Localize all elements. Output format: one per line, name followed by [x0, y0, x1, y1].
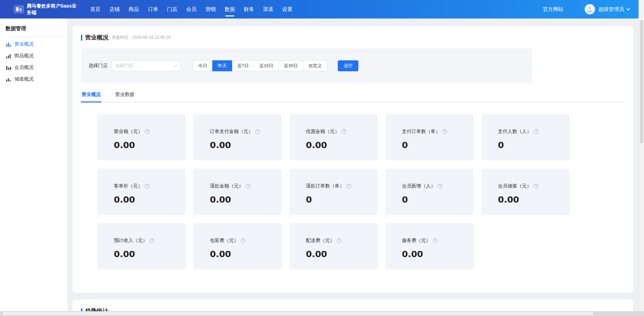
help-icon[interactable]: ?: [246, 184, 250, 189]
active-tab-underline: [81, 101, 102, 102]
stat-label: 退款金额（元）: [210, 183, 243, 189]
official-website-link[interactable]: 官方网站: [543, 6, 563, 13]
bar-chart-icon: [6, 53, 11, 58]
sidebar-item-label: 商品概况: [14, 53, 34, 59]
stat-label: 会员新增（人）: [402, 183, 436, 189]
nav-item-order[interactable]: 订单: [143, 0, 163, 19]
nav-item-store[interactable]: 门店: [163, 0, 182, 19]
nav-label: 设置: [282, 6, 293, 13]
nav-label: 门店: [167, 6, 177, 13]
stat-label: 退款订单数（单）: [306, 183, 344, 189]
help-icon[interactable]: ?: [442, 129, 447, 134]
date-btn-7days[interactable]: 近7日: [232, 60, 254, 71]
stat-card-expected-income: 预计收入（元）? 0.00: [97, 223, 186, 269]
stat-value: 0.00: [498, 195, 570, 205]
stat-card-packaging-fee: 包装费（元）? 0.00: [193, 223, 282, 269]
chevron-down-icon: [174, 64, 177, 67]
stat-label: 预计收入（元）: [114, 238, 147, 244]
user-avatar[interactable]: [585, 4, 595, 14]
horizontal-scrollbar[interactable]: [0, 311, 644, 316]
tab-business-overview[interactable]: 营业概况: [81, 92, 102, 102]
nav-item-marketing[interactable]: 营销: [201, 0, 220, 19]
stat-card-paid-orders: 支付订单数（单）? 0: [385, 114, 474, 160]
nav-item-settings[interactable]: 设置: [278, 0, 297, 19]
stat-label: 会员储值（元）: [498, 183, 532, 189]
help-icon[interactable]: ?: [145, 129, 150, 134]
help-icon[interactable]: ?: [255, 129, 260, 134]
bar-chart-icon: [6, 77, 11, 82]
date-btn-30days[interactable]: 近30日: [278, 60, 303, 71]
sidebar: 数据管理 营业概况 商品概况 会员概况 储值概况: [0, 19, 67, 316]
stat-value: 0.00: [306, 140, 378, 150]
sidebar-item-stored-value-overview[interactable]: 储值概况: [0, 73, 67, 85]
sidebar-title: 数据管理: [0, 19, 67, 37]
help-icon[interactable]: ?: [150, 238, 154, 243]
stat-card-service-fee: 服务费（元）? 0.00: [385, 223, 474, 269]
help-icon[interactable]: ?: [438, 184, 442, 189]
clear-button[interactable]: 清空: [338, 60, 358, 71]
help-icon[interactable]: ?: [346, 184, 351, 189]
user-name[interactable]: 超级管理员: [598, 6, 624, 13]
help-icon[interactable]: ?: [145, 184, 150, 189]
help-icon[interactable]: ?: [433, 238, 438, 243]
stat-value: 0.00: [210, 249, 282, 259]
stat-label: 支付订单数（单）: [402, 129, 440, 135]
person-icon: [585, 4, 595, 14]
top-nav: 首页 店铺 商品 订单 门店 会员 营销 数据 财务 渠道 设置: [86, 0, 297, 19]
help-icon[interactable]: ?: [342, 129, 346, 134]
filter-panel: 选择门店 全部门店 今日 昨天 近7日 近15日 近30日 自定义 清空: [81, 48, 532, 83]
stat-value: 0.00: [114, 249, 186, 259]
nav-item-channel[interactable]: 渠道: [259, 0, 278, 19]
section-accent-bar: [81, 35, 82, 41]
horizontal-scrollbar-thumb[interactable]: [3, 312, 593, 315]
app-title: 腾马餐饮多商户Saas业务端: [27, 3, 81, 16]
bar-chart-icon: [6, 42, 11, 47]
stat-value: 0.00: [210, 140, 282, 150]
store-select-placeholder: 全部门店: [116, 63, 174, 69]
help-icon[interactable]: ?: [534, 184, 538, 189]
sidebar-item-member-overview[interactable]: 会员概况: [0, 62, 67, 73]
chevron-down-icon[interactable]: [626, 7, 630, 10]
update-time: 更新时间：2025-06-18 12:00:10: [112, 35, 170, 40]
nav-item-goods[interactable]: 商品: [124, 0, 143, 19]
nav-item-member[interactable]: 会员: [182, 0, 201, 19]
stats-grid: 营业额（元）? 0.00 订单支付金额（元）? 0.00 优惠金额（元）? 0.…: [97, 114, 625, 269]
update-time-value: 2025-06-18 12:00:10: [132, 35, 170, 40]
vertical-scrollbar[interactable]: [639, 0, 644, 316]
help-icon[interactable]: ?: [534, 129, 538, 134]
nav-item-home[interactable]: 首页: [86, 0, 105, 19]
date-btn-today[interactable]: 今日: [193, 60, 213, 71]
stat-card-revenue: 营业额（元）? 0.00: [97, 114, 186, 160]
store-select[interactable]: 全部门店: [112, 60, 180, 71]
stat-label: 服务费（元）: [402, 238, 431, 244]
sidebar-item-business-overview[interactable]: 营业概况: [0, 38, 67, 50]
stat-label: 客单价（元）: [114, 183, 143, 189]
help-icon[interactable]: ?: [337, 238, 342, 243]
stat-card-member-stored-value: 会员储值（元）? 0.00: [481, 169, 570, 215]
sidebar-item-goods-overview[interactable]: 商品概况: [0, 50, 67, 62]
tab-business-data[interactable]: 营业数据: [115, 92, 135, 102]
stat-value: 0: [306, 195, 378, 205]
date-btn-custom[interactable]: 自定义: [303, 60, 327, 71]
nav-label: 首页: [90, 6, 100, 13]
nav-item-finance[interactable]: 财务: [239, 0, 259, 19]
stat-value: 0: [402, 195, 474, 205]
nav-item-shop[interactable]: 店铺: [105, 0, 124, 19]
app-logo[interactable]: 腾马餐饮多商户Saas业务端: [14, 3, 81, 16]
stat-value: 0: [498, 140, 570, 150]
active-nav-underline: [225, 15, 234, 16]
stat-label: 营业额（元）: [114, 129, 143, 135]
help-icon[interactable]: ?: [241, 238, 246, 243]
stat-label: 优惠金额（元）: [306, 129, 339, 135]
vertical-scrollbar-thumb[interactable]: [640, 20, 643, 143]
date-btn-15days[interactable]: 近15日: [254, 60, 278, 71]
stat-label: 支付人数（人）: [498, 129, 532, 135]
stat-card-refund-orders: 退款订单数（单）? 0: [289, 169, 378, 215]
business-overview-panel: 营业概况 更新时间：2025-06-18 12:00:10 选择门店 全部门店 …: [73, 26, 633, 293]
sidebar-item-label: 会员概况: [14, 64, 34, 71]
app-logo-icon: [14, 5, 24, 13]
date-btn-yesterday[interactable]: 昨天: [212, 60, 232, 71]
nav-item-data[interactable]: 数据: [220, 0, 239, 19]
stat-card-discount-amount: 优惠金额（元）? 0.00: [289, 114, 378, 160]
divider: [5, 37, 64, 37]
